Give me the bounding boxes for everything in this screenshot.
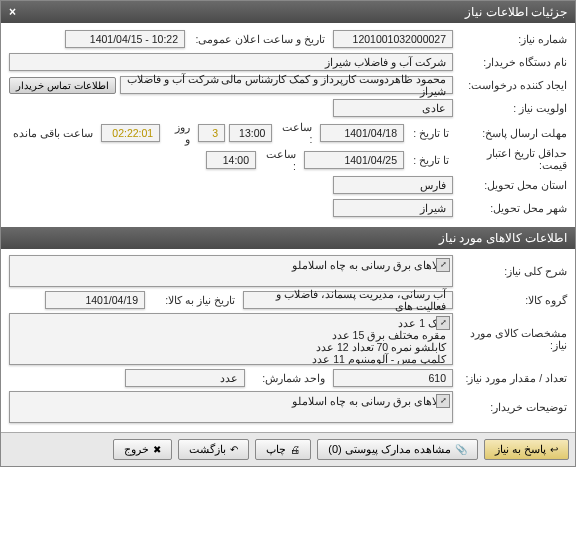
back-label: بازگشت [189, 443, 226, 456]
deadline-date-field: 1401/04/18 [320, 124, 404, 142]
deadline-time-field: 13:00 [229, 124, 272, 142]
goods-section: شرح کلی نیاز: ⤢ کالاهای برق رسانی به چاه… [1, 249, 575, 432]
days-label: روز و [164, 121, 194, 145]
need-date-field: 1401/04/19 [45, 291, 145, 309]
city-label: شهر محل تحویل: [457, 202, 567, 214]
expand-icon[interactable]: ⤢ [436, 394, 450, 408]
attachments-button[interactable]: 📎 مشاهده مدارک پیوستی (0) [317, 439, 478, 460]
attachments-label: مشاهده مدارک پیوستی (0) [328, 443, 451, 456]
days-remaining-field: 3 [198, 124, 225, 142]
print-label: چاپ [266, 443, 286, 456]
need-number-field: 1201001032000027 [333, 30, 453, 48]
desc-label: شرح کلی نیاز: [457, 265, 567, 277]
buyer-name-label: نام دستگاه خریدار: [457, 56, 567, 68]
priority-label: اولویت نیاز : [457, 102, 567, 114]
validity-label: حداقل تاریخ اعتبار قیمت: [457, 148, 567, 171]
print-icon: 🖨 [290, 444, 300, 455]
group-field: آب رسانی، مدیریت پسماند، فاضلاب و فعالیت… [243, 291, 453, 309]
spec-text: راک 1 عدد مقره مختلف برق 15 عدد کابلشو ن… [312, 317, 446, 365]
group-label: گروه کالا: [457, 294, 567, 306]
qty-field: 610 [333, 369, 453, 387]
desc-text: کالاهای برق رسانی به چاه اسلاملو [292, 259, 446, 271]
exit-icon: ✖ [153, 444, 161, 455]
need-info-section: شماره نیاز: 1201001032000027 تاریخ و ساع… [1, 23, 575, 227]
unit-label: واحد شمارش: [249, 372, 329, 384]
need-details-modal: جزئیات اطلاعات نیاز × شماره نیاز: 120100… [0, 0, 576, 467]
desc-field: ⤢ کالاهای برق رسانی به چاه اسلاملو [9, 255, 453, 287]
modal-header: جزئیات اطلاعات نیاز × [1, 1, 575, 23]
attachment-icon: 📎 [455, 444, 467, 455]
priority-field: عادی [333, 99, 453, 117]
spec-label: مشخصات کالای مورد نیاز: [457, 327, 567, 351]
validity-time-field: 14:00 [206, 151, 256, 169]
reply-icon: ↩ [550, 444, 558, 455]
validity-time-label: ساعت : [260, 148, 300, 172]
respond-label: پاسخ به نیاز [495, 443, 546, 456]
buyer-notes-field: ⤢ کالاهای برق رسانی به چاه اسلاملو [9, 391, 453, 423]
province-field: فارس [333, 176, 453, 194]
remaining-label: ساعت باقی مانده [9, 127, 97, 139]
back-button[interactable]: ↶ بازگشت [178, 439, 249, 460]
footer-toolbar: ↩ پاسخ به نیاز 📎 مشاهده مدارک پیوستی (0)… [1, 432, 575, 466]
need-date-label: تاریخ نیاز به کالا: [149, 294, 239, 306]
countdown-field: 02:22:01 [101, 124, 160, 142]
respond-button[interactable]: ↩ پاسخ به نیاز [484, 439, 569, 460]
print-button[interactable]: 🖨 چاپ [255, 439, 311, 460]
city-field: شیراز [333, 199, 453, 217]
buyer-notes-label: توضیحات خریدار: [457, 401, 567, 413]
modal-title: جزئیات اطلاعات نیاز [465, 5, 567, 19]
deadline-time-label: ساعت : [276, 121, 316, 145]
expand-icon[interactable]: ⤢ [436, 258, 450, 272]
deadline-to-label: تا تاریخ : [408, 127, 453, 139]
exit-label: خروج [124, 443, 149, 456]
expand-icon[interactable]: ⤢ [436, 316, 450, 330]
creator-label: ایجاد کننده درخواست: [457, 79, 567, 91]
deadline-label: مهلت ارسال پاسخ: [457, 127, 567, 139]
need-number-label: شماره نیاز: [457, 33, 567, 45]
buyer-notes-text: کالاهای برق رسانی به چاه اسلاملو [292, 395, 446, 407]
announce-datetime-label: تاریخ و ساعت اعلان عمومی: [189, 33, 329, 45]
exit-button[interactable]: ✖ خروج [113, 439, 172, 460]
announce-datetime-field: 10:22 - 1401/04/15 [65, 30, 185, 48]
spec-field: ⤢ راک 1 عدد مقره مختلف برق 15 عدد کابلشو… [9, 313, 453, 365]
qty-label: تعداد / مقدار مورد نیاز: [457, 372, 567, 384]
close-icon[interactable]: × [9, 5, 16, 19]
validity-to-label: تا تاریخ : [408, 154, 453, 166]
unit-field: عدد [125, 369, 245, 387]
back-icon: ↶ [230, 444, 238, 455]
buyer-contact-button[interactable]: اطلاعات تماس خریدار [9, 77, 116, 94]
buyer-name-field: شرکت آب و فاضلاب شیراز [9, 53, 453, 71]
province-label: استان محل تحویل: [457, 179, 567, 191]
validity-date-field: 1401/04/25 [304, 151, 404, 169]
goods-section-title: اطلاعات کالاهای مورد نیاز [1, 227, 575, 249]
creator-field: محمود ظاهردوست کارپرداز و کمک کارشناس ما… [120, 76, 453, 94]
